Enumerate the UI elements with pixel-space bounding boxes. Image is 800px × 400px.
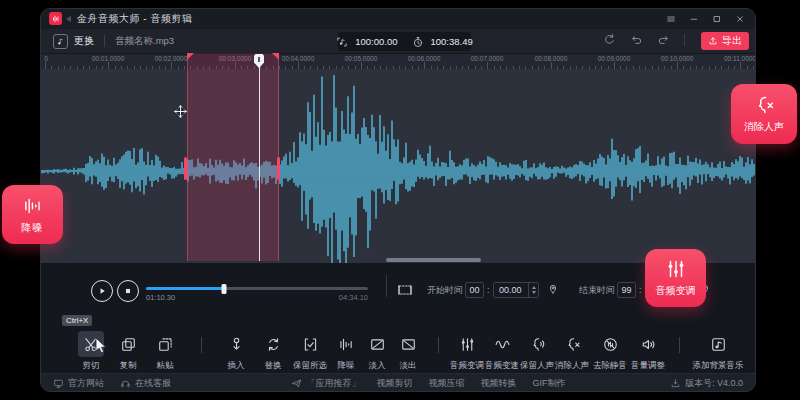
link-video-compress[interactable]: 视频压缩 xyxy=(428,377,464,390)
official-site-link[interactable]: 官方网站 xyxy=(53,377,104,390)
progress-thumb[interactable] xyxy=(221,284,226,294)
ruler-label: 0 xyxy=(44,55,48,62)
version-info: 版本号: V4.0.0 xyxy=(670,377,743,390)
sliders-icon xyxy=(665,258,687,280)
stopwatch-icon xyxy=(412,36,424,48)
monitor-icon xyxy=(53,378,64,389)
link-gif-maker[interactable]: GIF制作 xyxy=(532,377,565,390)
start-seconds-value: 00.00 xyxy=(499,285,522,295)
customer-service-link[interactable]: 在线客服 xyxy=(120,377,171,390)
menu-icon[interactable] xyxy=(666,14,676,24)
divider xyxy=(201,337,202,353)
ruler-label: 00:10.0000 xyxy=(661,55,694,62)
ruler-label: 00:04.0000 xyxy=(282,55,315,62)
face-x-icon xyxy=(753,94,775,116)
titlebar: 金舟音频大师 - 音频剪辑 xyxy=(41,9,755,29)
tools-bar: Ctrl+X 剪切 复制 粘贴 插入 替换 xyxy=(41,309,755,373)
start-time-label: 开始时间 xyxy=(427,284,463,297)
music-square-icon xyxy=(710,336,727,353)
screenshot-stage: 金舟音频大师 - 音频剪辑 更换 音频名称.mp3 100:00.00 xyxy=(0,0,800,400)
selection-corner-right-icon xyxy=(272,53,279,60)
ruler-label: 00:02.0000 xyxy=(155,55,188,62)
app-recommend-link[interactable]: 「应用推荐」 xyxy=(291,377,360,390)
waveform-path xyxy=(42,75,756,263)
move-cursor-icon xyxy=(173,104,188,119)
paste-icon xyxy=(157,336,174,353)
app-window: 金舟音频大师 - 音频剪辑 更换 音频名称.mp3 100:00.00 xyxy=(40,8,756,392)
colon: : xyxy=(487,285,490,295)
divider xyxy=(684,34,685,46)
headset-icon xyxy=(120,378,131,389)
redo-icon[interactable] xyxy=(657,33,670,46)
stop-button[interactable] xyxy=(117,280,139,302)
promo-remove-vocal-button[interactable]: 消除人声 xyxy=(731,84,797,144)
end-minutes-input[interactable]: 99 xyxy=(617,282,636,298)
waveform-panel[interactable] xyxy=(41,69,755,263)
download-icon xyxy=(670,378,681,389)
horizontal-scrollbar[interactable] xyxy=(386,258,481,262)
ruler-label: 00:06.0000 xyxy=(408,55,441,62)
promo-pitch-button[interactable]: 音频变调 xyxy=(645,249,706,307)
elapsed-value: 100:38.49 xyxy=(431,36,473,47)
selection-handle-left[interactable] xyxy=(184,157,188,180)
progress-fill xyxy=(146,287,224,290)
timeline-ruler[interactable]: 0 00:01.0000 00:02.0000 00:03.0000 00:04… xyxy=(41,53,755,69)
replace-audio-button[interactable]: 更换 音频名称.mp3 xyxy=(53,32,174,50)
ruler-label: 00:07.0000 xyxy=(471,55,504,62)
play-icon xyxy=(96,285,108,297)
duration-icon xyxy=(336,36,348,48)
statusbar: 官方网站 在线客服 「应用推荐」 视频剪切 视频压缩 视频转换 GIF制作 版本… xyxy=(41,373,755,392)
tool-volume[interactable]: 音量调整 xyxy=(616,331,680,372)
total-time: 04:34.10 xyxy=(291,293,368,302)
mouse-cursor-icon xyxy=(95,338,107,354)
link-video-cut[interactable]: 视频剪切 xyxy=(376,377,412,390)
select-region-icon[interactable] xyxy=(397,282,413,298)
export-label: 导出 xyxy=(722,34,742,48)
app-logo xyxy=(49,12,62,25)
close-icon[interactable] xyxy=(735,14,745,24)
ruler-label: 00:09.0000 xyxy=(598,55,631,62)
waveform-svg xyxy=(41,69,756,263)
time-display-box: 100:00.00 100:38.49 xyxy=(338,32,471,51)
denoise-bars-icon xyxy=(22,195,44,217)
selection-corner-left-icon xyxy=(187,53,194,60)
ruler-label: 00:11.0000 xyxy=(724,55,756,62)
stop-icon xyxy=(122,285,134,297)
playhead-line[interactable] xyxy=(259,58,260,261)
link-video-convert[interactable]: 视频转换 xyxy=(480,377,516,390)
maximize-icon[interactable] xyxy=(712,14,722,24)
undo-icon[interactable] xyxy=(630,33,643,46)
recommend-links: 「应用推荐」 视频剪切 视频压缩 视频转换 GIF制作 xyxy=(291,377,565,390)
progress-slider[interactable] xyxy=(146,287,368,290)
duration-value: 100:00.00 xyxy=(355,36,397,47)
replace-label: 更换 xyxy=(74,34,94,48)
export-icon xyxy=(708,36,718,46)
audio-filename: 音频名称.mp3 xyxy=(115,35,174,48)
ruler-label: 00:05.0000 xyxy=(345,55,378,62)
divider xyxy=(679,337,680,353)
tool-paste[interactable]: 粘贴 xyxy=(133,331,197,372)
paper-plane-icon xyxy=(291,378,302,389)
start-spinner[interactable] xyxy=(528,283,538,297)
minimize-icon[interactable] xyxy=(689,14,699,24)
music-note-icon xyxy=(53,34,68,49)
export-button[interactable]: 导出 xyxy=(701,32,749,50)
logo-waveform-icon xyxy=(51,14,61,24)
tool-bg-music[interactable]: 添加背景音乐 xyxy=(686,331,750,372)
logo-flag-icon xyxy=(66,16,71,22)
refresh-icon[interactable] xyxy=(603,33,616,46)
start-marker-pin-icon[interactable] xyxy=(547,283,559,295)
selection-region[interactable] xyxy=(187,53,279,261)
window-title: 金舟音频大师 - 音频剪辑 xyxy=(77,9,192,29)
selection-handle-right[interactable] xyxy=(277,157,281,180)
tool-fade-out[interactable]: 淡出 xyxy=(376,331,440,372)
promo-denoise-button[interactable]: 降噪 xyxy=(2,185,63,244)
ruler-label: 00:01.0000 xyxy=(92,55,125,62)
end-time-label: 结束时间 xyxy=(579,284,615,297)
play-button[interactable] xyxy=(91,280,113,302)
history-controls xyxy=(603,33,685,46)
start-seconds-input[interactable]: 00.00 xyxy=(493,282,539,298)
ruler-label: 00:08.0000 xyxy=(535,55,568,62)
current-time: 01:10.30 xyxy=(146,293,175,302)
start-minutes-input[interactable]: 00 xyxy=(465,282,484,298)
